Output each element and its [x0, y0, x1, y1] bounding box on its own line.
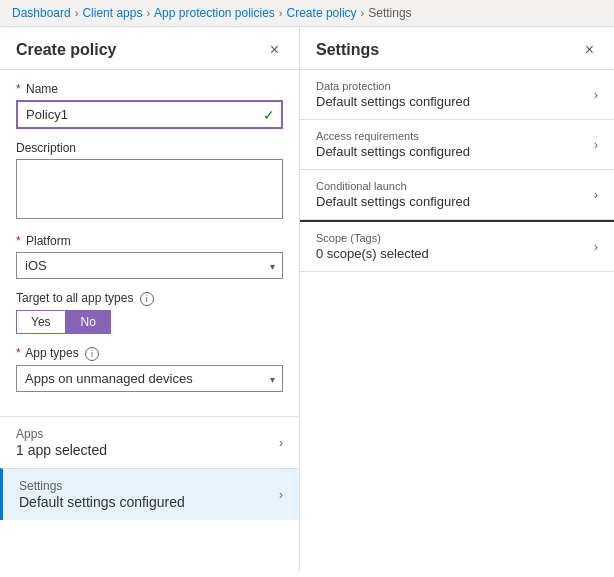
- platform-select-wrap: iOS Android ▾: [16, 252, 283, 279]
- create-policy-panel: Create policy × * Name ✓ Description: [0, 27, 300, 572]
- conditional-launch-value: Default settings configured: [316, 194, 470, 209]
- conditional-launch-title: Conditional launch: [316, 180, 470, 192]
- app-types-select[interactable]: Apps on unmanaged devices All apps: [16, 365, 283, 392]
- settings-nav-value: Default settings configured: [19, 494, 185, 510]
- app-types-label: * App types i: [16, 346, 283, 361]
- right-panel-close-button[interactable]: ×: [581, 39, 598, 61]
- form-body: * Name ✓ Description * Platform: [0, 70, 299, 416]
- app-types-select-wrap: Apps on unmanaged devices All apps ▾: [16, 365, 283, 392]
- conditional-launch-nav-item[interactable]: Conditional launch Default settings conf…: [300, 170, 614, 220]
- breadcrumb-sep-3: ›: [279, 7, 283, 19]
- breadcrumb-sep-2: ›: [146, 7, 150, 19]
- settings-panel: Settings × Data protection Default setti…: [300, 27, 614, 572]
- breadcrumb-create-policy[interactable]: Create policy: [287, 6, 357, 20]
- scope-tags-content: Scope (Tags) 0 scope(s) selected: [316, 232, 429, 261]
- description-label: Description: [16, 141, 283, 155]
- data-protection-content: Data protection Default settings configu…: [316, 80, 470, 109]
- platform-label: * Platform: [16, 234, 283, 248]
- breadcrumb-sep-1: ›: [75, 7, 79, 19]
- platform-required-star: *: [16, 234, 21, 248]
- breadcrumb-settings: Settings: [368, 6, 411, 20]
- right-panel-title: Settings: [316, 41, 379, 59]
- toggle-no-button[interactable]: No: [66, 310, 111, 334]
- data-protection-nav-item[interactable]: Data protection Default settings configu…: [300, 70, 614, 120]
- name-check-icon: ✓: [263, 107, 275, 123]
- settings-nav-item[interactable]: Settings Default settings configured ›: [0, 468, 299, 520]
- app-types-info-icon[interactable]: i: [85, 347, 99, 361]
- platform-select[interactable]: iOS Android: [16, 252, 283, 279]
- data-protection-chevron-icon: ›: [594, 88, 598, 102]
- access-requirements-nav-item[interactable]: Access requirements Default settings con…: [300, 120, 614, 170]
- apps-nav-item[interactable]: Apps 1 app selected ›: [0, 416, 299, 468]
- settings-nav-chevron-icon: ›: [279, 488, 283, 502]
- platform-field-group: * Platform iOS Android ▾: [16, 234, 283, 279]
- target-info-icon[interactable]: i: [140, 292, 154, 306]
- access-requirements-title: Access requirements: [316, 130, 470, 142]
- settings-nav-title: Settings: [19, 479, 185, 493]
- conditional-launch-content: Conditional launch Default settings conf…: [316, 180, 470, 209]
- toggle-yes-button[interactable]: Yes: [16, 310, 66, 334]
- access-requirements-content: Access requirements Default settings con…: [316, 130, 470, 159]
- breadcrumb-client-apps[interactable]: Client apps: [82, 6, 142, 20]
- conditional-launch-chevron-icon: ›: [594, 188, 598, 202]
- apps-nav-value: 1 app selected: [16, 442, 107, 458]
- breadcrumb-app-protection[interactable]: App protection policies: [154, 6, 275, 20]
- target-field-group: Target to all app types i Yes No: [16, 291, 283, 334]
- name-field-group: * Name ✓: [16, 82, 283, 129]
- scope-tags-title: Scope (Tags): [316, 232, 429, 244]
- scope-tags-value: 0 scope(s) selected: [316, 246, 429, 261]
- app-types-required-star: *: [16, 346, 21, 360]
- apps-nav-content: Apps 1 app selected: [16, 427, 107, 458]
- left-panel-title: Create policy: [16, 41, 116, 59]
- description-field-group: Description: [16, 141, 283, 222]
- access-requirements-value: Default settings configured: [316, 144, 470, 159]
- target-label: Target to all app types i: [16, 291, 283, 306]
- data-protection-value: Default settings configured: [316, 94, 470, 109]
- breadcrumb-sep-4: ›: [361, 7, 365, 19]
- left-panel-header: Create policy ×: [0, 27, 299, 70]
- breadcrumb: Dashboard › Client apps › App protection…: [0, 0, 614, 27]
- name-input[interactable]: [16, 100, 283, 129]
- scope-tags-nav-item[interactable]: Scope (Tags) 0 scope(s) selected ›: [300, 222, 614, 272]
- left-panel-close-button[interactable]: ×: [266, 39, 283, 61]
- apps-nav-chevron-icon: ›: [279, 436, 283, 450]
- description-input[interactable]: [16, 159, 283, 219]
- access-requirements-chevron-icon: ›: [594, 138, 598, 152]
- name-input-wrap: ✓: [16, 100, 283, 129]
- data-protection-title: Data protection: [316, 80, 470, 92]
- apps-nav-title: Apps: [16, 427, 107, 441]
- settings-nav-content: Settings Default settings configured: [19, 479, 185, 510]
- toggle-group: Yes No: [16, 310, 111, 334]
- scope-tags-chevron-icon: ›: [594, 240, 598, 254]
- right-panel-header: Settings ×: [300, 27, 614, 70]
- app-types-field-group: * App types i Apps on unmanaged devices …: [16, 346, 283, 392]
- breadcrumb-dashboard[interactable]: Dashboard: [12, 6, 71, 20]
- name-label: * Name: [16, 82, 283, 96]
- name-required-star: *: [16, 82, 21, 96]
